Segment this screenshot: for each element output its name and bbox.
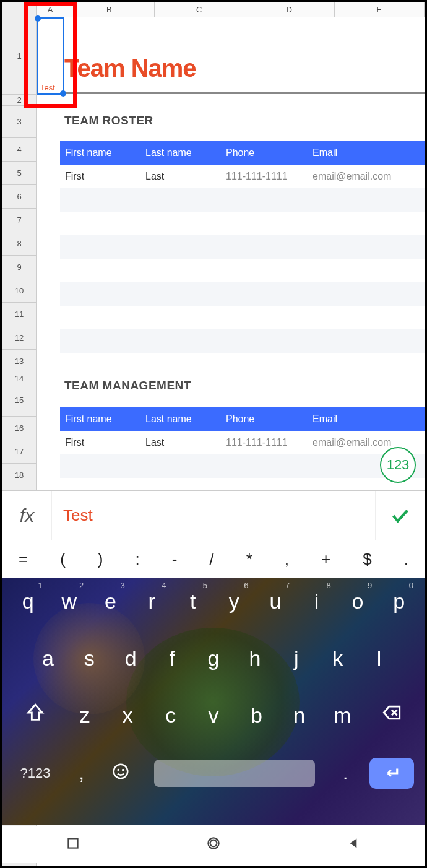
home-button[interactable]	[205, 835, 222, 854]
row-header-5[interactable]: 5	[2, 162, 36, 185]
table-row[interactable]	[60, 329, 425, 353]
mgmt-last[interactable]: Last	[140, 437, 221, 448]
key-d[interactable]: d	[110, 646, 152, 671]
symbol-key[interactable]: +	[321, 550, 330, 569]
roster-last[interactable]: Last	[140, 171, 221, 182]
roster-first[interactable]: First	[60, 171, 140, 182]
row-header-3[interactable]: 3	[2, 106, 36, 138]
key-m[interactable]: m	[321, 703, 363, 727]
row-header-1[interactable]: 1	[2, 17, 36, 95]
key-z[interactable]: z	[63, 703, 106, 727]
roster-email[interactable]: email@email.com	[308, 171, 425, 182]
row-header-11[interactable]: 11	[2, 303, 36, 326]
col-header-A[interactable]: A	[37, 2, 64, 17]
symbol-key[interactable]: =	[19, 550, 28, 569]
key-a[interactable]: a	[27, 646, 69, 671]
key-b[interactable]: b	[235, 703, 278, 727]
back-button[interactable]	[346, 835, 362, 854]
key-k[interactable]: k	[317, 646, 358, 671]
hdr-email: Email	[308, 414, 425, 425]
row-header-14[interactable]: 14	[2, 373, 36, 384]
col-header-D[interactable]: D	[244, 2, 335, 17]
roster-row-1[interactable]: First Last 111-111-1111 email@email.com	[60, 165, 425, 188]
key-p[interactable]: 0p	[378, 589, 420, 614]
backspace-key[interactable]	[364, 702, 420, 728]
row-header-2[interactable]: 2	[2, 95, 36, 106]
col-header-B[interactable]: B	[64, 2, 155, 17]
row-header-6[interactable]: 6	[2, 185, 36, 209]
key-g[interactable]: g	[193, 646, 235, 671]
key-x[interactable]: x	[106, 703, 149, 727]
row-header-9[interactable]: 9	[2, 256, 36, 279]
row-header-16[interactable]: 16	[2, 417, 36, 440]
symbol-key[interactable]: :	[136, 550, 140, 569]
fx-label[interactable]: fx	[2, 491, 52, 540]
row-header-4[interactable]: 4	[2, 138, 36, 162]
table-row[interactable]	[60, 282, 425, 306]
row-header-13[interactable]: 13	[2, 350, 36, 373]
numeric-keypad-toggle[interactable]: 123	[380, 447, 416, 483]
comma-key[interactable]: ,	[63, 763, 100, 784]
select-all-corner[interactable]	[2, 2, 37, 17]
hdr-last: Last name	[140, 147, 221, 158]
space-key[interactable]	[142, 760, 327, 787]
symbol-key[interactable]: (	[60, 550, 66, 569]
recent-apps-button[interactable]	[65, 835, 81, 854]
section-mgmt-title: TEAM MANAGEMENT	[64, 379, 191, 393]
formula-input[interactable]: Test	[52, 506, 375, 525]
key-s[interactable]: s	[69, 646, 110, 671]
row-header-8[interactable]: 8	[2, 232, 36, 256]
symbol-key[interactable]: *	[246, 550, 252, 569]
selected-cell-A1[interactable]: Test	[37, 17, 64, 95]
key-r[interactable]: 4r	[131, 589, 173, 614]
row-header-10[interactable]: 10	[2, 279, 36, 303]
symbol-key[interactable]: /	[209, 550, 214, 569]
mgmt-row-1[interactable]: First Last 111-111-1111 email@email.com	[60, 431, 425, 454]
key-w[interactable]: 2w	[49, 589, 90, 614]
table-row[interactable]	[60, 306, 425, 329]
col-header-E[interactable]: E	[335, 2, 425, 17]
mgmt-email[interactable]: email@email.com	[308, 437, 425, 448]
table-row[interactable]	[60, 454, 425, 478]
mgmt-phone[interactable]: 111-111-1111	[221, 437, 308, 448]
roster-phone[interactable]: 111-111-1111	[221, 171, 308, 182]
key-t[interactable]: 5t	[172, 589, 214, 614]
symbol-key[interactable]: )	[98, 550, 103, 569]
table-row[interactable]	[60, 235, 425, 259]
formula-bar: fx Test	[2, 490, 425, 540]
key-h[interactable]: h	[234, 646, 275, 671]
confirm-button[interactable]	[375, 491, 425, 540]
key-v[interactable]: v	[192, 703, 235, 727]
row-header-15[interactable]: 15	[2, 384, 36, 417]
key-q[interactable]: 1q	[7, 589, 49, 614]
symbol-key[interactable]: $	[363, 550, 371, 569]
key-i[interactable]: 8i	[296, 589, 337, 614]
key-o[interactable]: 9o	[337, 589, 379, 614]
table-row[interactable]	[60, 259, 425, 282]
symbol-key[interactable]: ,	[285, 550, 289, 569]
key-c[interactable]: c	[149, 703, 192, 727]
key-l[interactable]: l	[358, 646, 400, 671]
shift-key[interactable]	[7, 702, 63, 728]
key-j[interactable]: j	[275, 646, 317, 671]
key-e[interactable]: 3e	[90, 589, 131, 614]
row-header-7[interactable]: 7	[2, 209, 36, 232]
emoji-key[interactable]	[100, 762, 142, 786]
symbols-mode-key[interactable]: ?123	[7, 765, 63, 781]
table-row[interactable]	[60, 188, 425, 212]
symbol-key[interactable]: -	[172, 550, 178, 569]
key-f[interactable]: f	[152, 646, 193, 671]
row-header-12[interactable]: 12	[2, 326, 36, 350]
team-name-title[interactable]: Team Name	[64, 54, 196, 82]
key-u[interactable]: 7u	[255, 589, 296, 614]
symbol-key[interactable]: .	[404, 550, 408, 569]
row-header-18[interactable]: 18	[2, 464, 36, 487]
key-y[interactable]: 6y	[214, 589, 255, 614]
key-n[interactable]: n	[278, 703, 321, 727]
row-header-17[interactable]: 17	[2, 440, 36, 464]
enter-key[interactable]	[364, 758, 420, 789]
mgmt-first[interactable]: First	[60, 437, 140, 448]
col-header-C[interactable]: C	[155, 2, 245, 17]
table-row[interactable]	[60, 212, 425, 235]
period-key[interactable]: .	[327, 763, 364, 784]
